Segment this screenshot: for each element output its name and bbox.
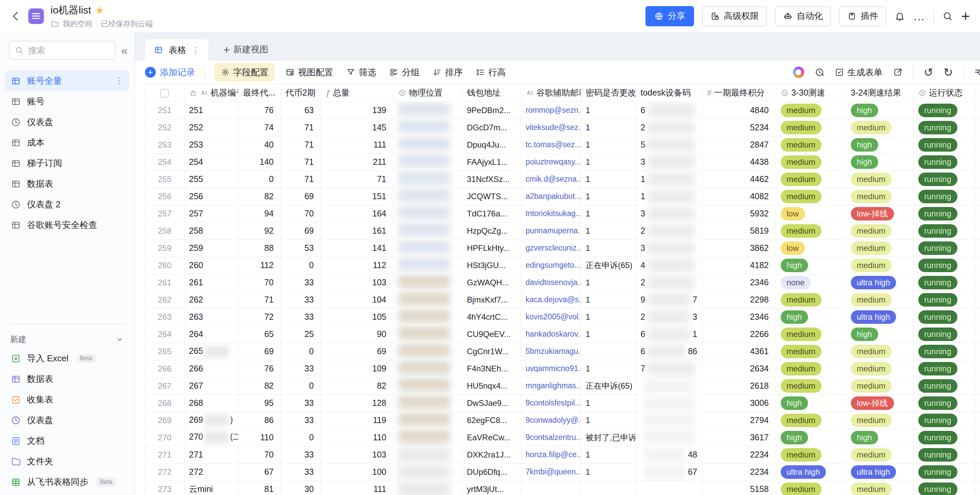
cell-password-changed[interactable]: 1 [581, 291, 636, 308]
row-number[interactable]: 252 [145, 119, 184, 136]
cell-speed-330[interactable]: medium [776, 119, 846, 136]
column-header-谷歌辅助邮箱[interactable]: 谷歌辅助邮箱 [521, 84, 581, 102]
cell-machine-code[interactable]: 257 [184, 205, 238, 222]
cell-todesk[interactable] [636, 394, 702, 412]
cell-total[interactable]: 145 [321, 119, 393, 136]
cell-machine-code[interactable]: 252 [184, 119, 238, 136]
cell-total[interactable]: 103 [321, 274, 393, 291]
column-header-总量[interactable]: ƒ总量 [321, 84, 393, 102]
cell-coin2[interactable]: 0 [281, 343, 321, 360]
cell-speed-324[interactable]: high [846, 136, 913, 153]
cell-total[interactable]: 112 [321, 257, 393, 274]
column-header-todesk设备码[interactable]: todesk设备码 [636, 84, 702, 102]
cell-run-status[interactable]: running [913, 429, 975, 446]
cell-coin2[interactable]: 53 [281, 240, 321, 257]
cell-location[interactable] [393, 308, 462, 326]
cell-final[interactable]: 69 [238, 343, 281, 360]
cell-speed-324[interactable]: medium [846, 119, 913, 136]
row-number[interactable]: 267 [145, 377, 184, 394]
cell-total[interactable]: 139 [321, 102, 393, 119]
cell-machine-code[interactable]: 269) [184, 412, 238, 429]
sidebar-item-3[interactable]: 仪表盘 [5, 112, 129, 133]
cell-coin2[interactable]: 33 [281, 360, 321, 377]
cell-email[interactable]: a2banpakubut... [521, 188, 581, 205]
cell-wallet[interactable]: HSt3jGU... [462, 257, 521, 274]
cell-final[interactable]: 72 [238, 308, 281, 326]
cell-wallet[interactable]: FAAjyxL1... [462, 153, 521, 171]
row-number[interactable]: 259 [145, 240, 184, 257]
cell-password-changed[interactable]: 1 [581, 446, 636, 463]
cell-location[interactable] [393, 291, 462, 308]
cell-total[interactable]: 69 [321, 343, 393, 360]
cell-location[interactable] [393, 446, 462, 463]
advanced-permission-button[interactable]: 高级权限 [702, 6, 767, 26]
cell-wallet[interactable]: DUp6Dfq... [462, 463, 521, 481]
cell-final[interactable]: 76 [238, 102, 281, 119]
cell-coin2[interactable]: 33 [281, 274, 321, 291]
column-header-密码是否更改[interactable]: 密码是否更改 [581, 84, 636, 102]
cell-final[interactable]: 86 [238, 412, 281, 429]
cell-speed-324[interactable]: medium [846, 291, 913, 308]
cell-location[interactable] [393, 412, 462, 429]
cell-machine-code[interactable]: 266 [184, 360, 238, 377]
cell-run-status[interactable]: running [913, 446, 975, 463]
cell-speed-330[interactable]: medium [776, 136, 846, 153]
column-header-3-30测速[interactable]: 3-30测速 [776, 84, 846, 102]
cell-machine-code[interactable]: 256 [184, 188, 238, 205]
cell-score[interactable]: 2794 [702, 412, 776, 429]
cell-speed-324[interactable]: medium [846, 481, 913, 495]
space-name[interactable]: 我的空间 [63, 19, 92, 29]
tab-more-icon[interactable]: ⋮ [191, 45, 200, 55]
cell-coin2[interactable]: 71 [281, 136, 321, 153]
cell-speed-330[interactable]: medium [776, 291, 846, 308]
cell-email[interactable]: honza.filip@ce... [521, 446, 581, 463]
cell-final[interactable]: 110 [238, 429, 281, 446]
cell-machine-code[interactable]: 261 [184, 274, 238, 291]
history-icon[interactable] [815, 67, 824, 77]
cell-score[interactable]: 2618 [702, 377, 776, 394]
column-header-edge[interactable] [975, 84, 980, 102]
row-number[interactable]: 257 [145, 205, 184, 222]
cell-final[interactable]: 95 [238, 394, 281, 412]
cell-coin2[interactable]: 69 [281, 222, 321, 240]
new-view-button[interactable]: +新建视图 [223, 43, 269, 55]
cell-total[interactable]: 105 [321, 308, 393, 326]
cell-todesk[interactable]: 4 [636, 257, 702, 274]
cell-run-status[interactable]: running [913, 394, 975, 412]
sidebar-item-6[interactable]: 数据表 [5, 174, 129, 194]
cell-speed-324[interactable]: low-掉线 [846, 205, 913, 222]
cell-wallet[interactable]: 62egFC8... [462, 412, 521, 429]
cell-todesk[interactable] [636, 429, 702, 446]
cell-todesk[interactable] [636, 481, 702, 495]
cell-total[interactable]: 104 [321, 291, 393, 308]
undo-icon[interactable]: ↺ [924, 67, 934, 78]
cell-email[interactable]: rommop@sezn... [521, 102, 581, 119]
cell-email[interactable]: 9contsalzentru... [521, 429, 581, 446]
cell-speed-330[interactable]: high [776, 429, 846, 446]
cell-machine-code[interactable]: 253 [184, 136, 238, 153]
chevron-down-icon[interactable] [115, 335, 124, 344]
cell-speed-324[interactable]: medium [846, 360, 913, 377]
cell-final[interactable]: 88 [238, 240, 281, 257]
cell-final[interactable]: 67 [238, 463, 281, 481]
cell-total[interactable]: 161 [321, 222, 393, 240]
cell-wallet[interactable]: DGcD7m... [462, 119, 521, 136]
new-item-4[interactable]: 仪表盘 [5, 410, 129, 431]
cell-password-changed[interactable]: 正在申诉(65) [581, 377, 636, 394]
cell-run-status[interactable]: running [913, 481, 975, 495]
cell-score[interactable]: 5932 [702, 205, 776, 222]
cell-run-status[interactable]: running [913, 463, 975, 481]
cell-location[interactable] [393, 171, 462, 188]
cell-speed-330[interactable]: low [776, 240, 846, 257]
cell-speed-330[interactable]: medium [776, 412, 846, 429]
cell-speed-330[interactable]: medium [776, 222, 846, 240]
cell-speed-324[interactable]: medium [846, 377, 913, 394]
cell-location[interactable] [393, 377, 462, 394]
new-item-7[interactable]: 从飞书表格同步Beta [5, 472, 129, 492]
cell-speed-324[interactable]: medium [846, 240, 913, 257]
cell-email[interactable]: kaca.dejova@s... [521, 291, 581, 308]
cell-score[interactable]: 2346 [702, 308, 776, 326]
cell-speed-324[interactable]: medium [846, 257, 913, 274]
cell-email[interactable]: punnamuperna... [521, 222, 581, 240]
cell-password-changed[interactable]: 1 [581, 222, 636, 240]
